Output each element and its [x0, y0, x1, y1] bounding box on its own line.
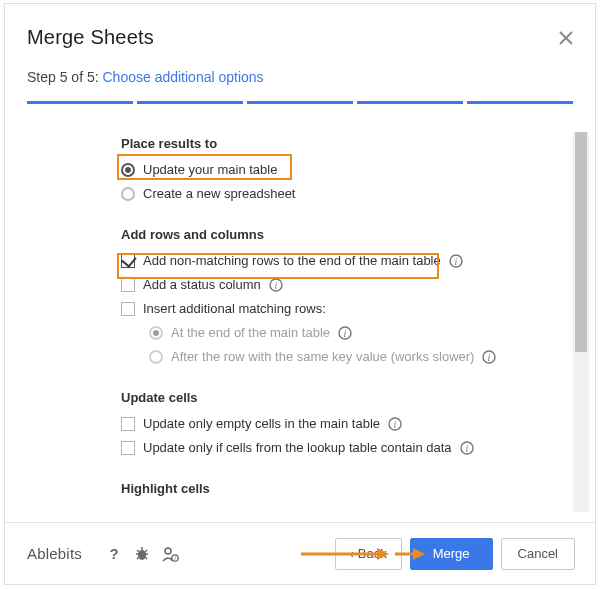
question-icon: ? — [105, 545, 123, 563]
radio-label: After the row with the same key value (w… — [171, 348, 474, 366]
info-icon[interactable]: i — [449, 254, 463, 268]
checkbox-label: Add non-matching rows to the end of the … — [143, 252, 441, 270]
checkbox-icon — [121, 254, 135, 268]
section-highlight-cells: Highlight cells — [121, 481, 571, 496]
svg-point-23 — [165, 548, 171, 554]
radio-label: Update your main table — [143, 161, 277, 179]
checkbox-label: Update only if cells from the lookup tab… — [143, 439, 452, 457]
checkbox-icon — [121, 278, 135, 292]
radio-label: Create a new spreadsheet — [143, 185, 295, 203]
info-icon[interactable]: i — [482, 350, 496, 364]
footer: Ablebits ? i — [5, 522, 595, 584]
help-button[interactable]: ? — [104, 544, 124, 564]
checkbox-label: Update only empty cells in the main tabl… — [143, 415, 380, 433]
radio-icon — [121, 187, 135, 201]
options-scroll: Place results to Update your main table … — [27, 132, 571, 512]
svg-text:?: ? — [109, 545, 118, 562]
svg-text:i: i — [394, 419, 397, 430]
checkbox-label: Add a status column — [143, 276, 261, 294]
back-button-label: Back — [358, 546, 387, 561]
svg-text:i: i — [274, 280, 277, 291]
header: Merge Sheets — [5, 4, 595, 69]
radio-icon — [149, 326, 163, 340]
radio-create-new-spreadsheet[interactable]: Create a new spreadsheet — [121, 185, 571, 203]
user-info-icon: i — [161, 545, 179, 563]
checkbox-update-only-empty[interactable]: Update only empty cells in the main tabl… — [121, 415, 571, 433]
checkbox-icon — [121, 441, 135, 455]
info-icon[interactable]: i — [338, 326, 352, 340]
close-button[interactable] — [557, 29, 575, 47]
radio-icon — [149, 350, 163, 364]
brand-label: Ablebits — [27, 545, 82, 562]
section-place-results: Place results to — [121, 136, 571, 151]
bug-icon — [133, 545, 151, 563]
step-link[interactable]: Choose additional options — [103, 69, 264, 85]
section-add-rows-columns: Add rows and columns — [121, 227, 571, 242]
checkbox-update-if-lookup-has-data[interactable]: Update only if cells from the lookup tab… — [121, 439, 571, 457]
info-icon[interactable]: i — [460, 441, 474, 455]
svg-text:i: i — [465, 443, 468, 454]
dialog-title: Merge Sheets — [27, 26, 154, 49]
info-icon[interactable]: i — [388, 417, 402, 431]
cancel-button-label: Cancel — [518, 546, 558, 561]
close-icon — [559, 31, 573, 45]
radio-icon — [121, 163, 135, 177]
radio-insert-after-key-row[interactable]: After the row with the same key value (w… — [149, 348, 571, 366]
svg-text:i: i — [454, 256, 457, 267]
checkbox-insert-additional-rows[interactable]: Insert additional matching rows: — [121, 300, 571, 318]
scrollbar-vertical[interactable] — [573, 132, 589, 512]
options-pane: Place results to Update your main table … — [27, 132, 589, 512]
radio-update-main-table[interactable]: Update your main table — [121, 161, 571, 179]
radio-insert-at-end[interactable]: At the end of the main table i — [149, 324, 571, 342]
scrollbar-thumb[interactable] — [575, 132, 587, 352]
svg-line-22 — [145, 557, 147, 559]
bug-report-button[interactable] — [132, 544, 152, 564]
checkbox-add-nonmatching-rows[interactable]: Add non-matching rows to the end of the … — [121, 252, 571, 270]
merge-button-label: Merge — [433, 546, 470, 561]
checkbox-icon — [121, 302, 135, 316]
dialog-frame: Merge Sheets Step 5 of 5: Choose additio… — [4, 3, 596, 585]
back-button[interactable]: ‹ Back — [335, 538, 402, 570]
info-icon[interactable]: i — [269, 278, 283, 292]
chevron-left-icon: ‹ — [350, 547, 354, 561]
svg-line-20 — [145, 550, 147, 552]
radio-label: At the end of the main table — [171, 324, 330, 342]
progress-bar — [27, 101, 573, 104]
checkbox-add-status-column[interactable]: Add a status column i — [121, 276, 571, 294]
svg-line-19 — [137, 550, 139, 552]
checkbox-icon — [121, 417, 135, 431]
step-prefix: Step 5 of 5: — [27, 69, 103, 85]
step-indicator: Step 5 of 5: Choose additional options — [5, 69, 595, 101]
svg-text:i: i — [344, 328, 347, 339]
svg-text:i: i — [488, 352, 491, 363]
merge-button[interactable]: Merge — [410, 538, 493, 570]
checkbox-label: Insert additional matching rows: — [143, 300, 326, 318]
section-update-cells: Update cells — [121, 390, 571, 405]
account-info-button[interactable]: i — [160, 544, 180, 564]
svg-line-21 — [137, 557, 139, 559]
cancel-button[interactable]: Cancel — [501, 538, 575, 570]
